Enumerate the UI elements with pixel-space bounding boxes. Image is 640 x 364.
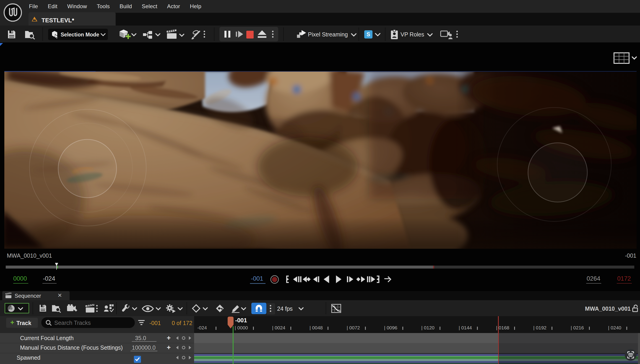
svg-text:| 0120: | 0120 [421,325,435,330]
svg-text:-001: -001 [235,317,247,324]
svg-text:| 0000: | 0000 [235,325,248,330]
svg-text:| 0192: | 0192 [533,325,546,330]
svg-text:| 0096: | 0096 [384,325,397,330]
svg-text:| 0144: | 0144 [459,325,472,330]
svg-text:-024: -024 [197,325,207,330]
svg-text:| 0216: | 0216 [571,325,584,330]
svg-text:| 0072: | 0072 [347,325,360,330]
svg-text:| 0048: | 0048 [310,325,323,330]
svg-text:| 0240: | 0240 [608,325,621,330]
svg-text:| 0024: | 0024 [272,325,285,330]
